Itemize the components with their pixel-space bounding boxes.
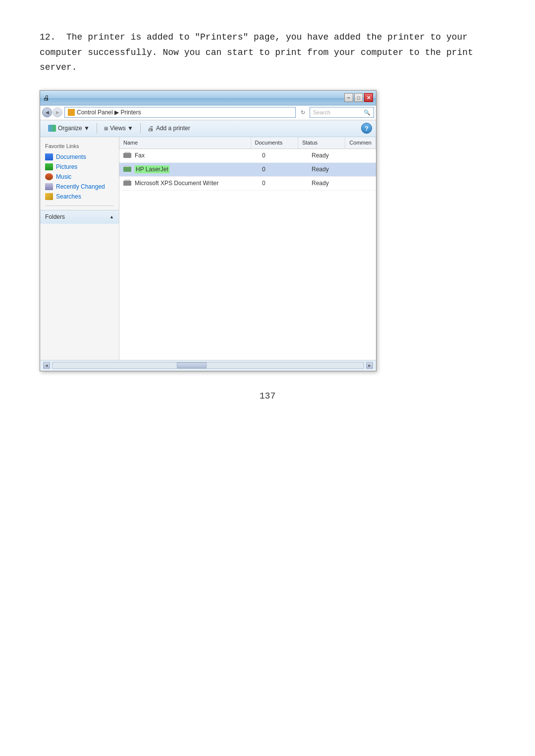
refresh-button[interactable]: ↻ [298,107,308,117]
page-content: 12. The printer is added to "Printers" p… [0,0,535,431]
file-cell-name: HP LaserJet [119,164,258,174]
maximize-button[interactable]: □ [354,93,363,102]
sidebar-item-documents[interactable]: Documents [40,152,119,162]
close-button[interactable]: ✕ [364,93,373,102]
page-number: 137 [40,391,495,401]
organize-label: Organize ▼ [58,125,90,132]
col-header-name[interactable]: Name [119,137,251,149]
window-icon: 🖨 [43,94,50,101]
file-cell-status: Ready [308,151,357,160]
title-bar: 🖨 − □ ✕ [40,91,376,105]
file-name-xps: Microsoft XPS Document Writer [135,180,218,187]
file-cell-status: Ready [308,165,357,174]
file-list: Name Documents Status Commen [119,137,376,360]
minimize-button[interactable]: − [344,93,353,102]
search-placeholder: Search [313,109,330,115]
file-cell-comment [357,154,376,156]
toolbar-separator-1 [97,123,97,133]
col-header-comment[interactable]: Commen [345,137,376,149]
recently-changed-icon [45,183,53,190]
music-icon [45,173,53,180]
add-printer-button[interactable]: 🖨 Add a printer [144,122,194,135]
documents-icon [45,153,53,160]
file-cell-comment [357,182,376,184]
add-printer-label: Add a printer [156,125,190,132]
organize-icon [48,125,56,132]
table-row[interactable]: Microsoft XPS Document Writer 0 Ready [119,177,376,191]
printer-icon [123,180,132,187]
file-cell-docs: 0 [258,151,308,160]
scroll-thumb[interactable] [177,362,207,368]
col-header-documents[interactable]: Documents [251,137,298,149]
views-button[interactable]: ⊞ Views ▼ [100,122,137,135]
forward-button[interactable]: ▶ [53,107,62,117]
address-bar: ◀ ▶ Control Panel ▶ Printers ↻ Search 🔍 [40,105,376,120]
address-path-text: Control Panel ▶ Printers [77,109,141,116]
sidebar-item-documents-label: Documents [56,153,86,160]
file-cell-comment [357,168,376,170]
printer-icon [123,166,132,173]
table-row[interactable]: Fax 0 Ready [119,149,376,163]
col-header-status[interactable]: Status [298,137,345,149]
sidebar-item-music[interactable]: Music [40,172,119,182]
title-bar-left: 🖨 [43,94,50,101]
search-box[interactable]: Search 🔍 [310,107,374,118]
address-icon [68,109,75,116]
scroll-left-button[interactable]: ◄ [43,362,50,369]
nav-buttons: ◀ ▶ [42,107,62,117]
horizontal-scrollbar[interactable] [52,362,364,369]
toolbar: Organize ▼ ⊞ Views ▼ 🖨 Add a printer ? [40,120,376,137]
file-cell-name: Microsoft XPS Document Writer [119,179,258,188]
file-cell-docs: 0 [258,165,308,174]
folders-arrow-icon: ▲ [109,214,114,219]
file-name-fax: Fax [135,152,145,159]
search-icon: 🔍 [364,109,371,116]
back-button[interactable]: ◀ [42,107,52,117]
folders-bar[interactable]: Folders ▲ [40,210,119,224]
sidebar-section-title: Favorite Links [40,141,119,152]
file-cell-name: Fax [119,151,258,160]
title-bar-controls: − □ ✕ [344,93,373,102]
instruction-block: 12. The printer is added to "Printers" p… [40,30,495,75]
views-label: Views ▼ [110,125,133,132]
file-name-hp: HP LaserJet [135,165,169,173]
sidebar: Favorite Links Documents Pictures Music … [40,137,119,360]
address-path[interactable]: Control Panel ▶ Printers [64,107,296,118]
views-icon: ⊞ [104,126,108,131]
main-area: Favorite Links Documents Pictures Music … [40,137,376,360]
table-row[interactable]: HP LaserJet 0 Ready [119,163,376,177]
instruction-number: 12. [40,32,55,42]
scroll-right-button[interactable]: ► [366,362,373,369]
add-printer-icon: 🖨 [148,125,154,132]
sidebar-item-pictures[interactable]: Pictures [40,162,119,172]
file-list-header: Name Documents Status Commen [119,137,376,149]
sidebar-item-searches[interactable]: Searches [40,192,119,202]
sidebar-item-music-label: Music [56,173,71,180]
explorer-window: 🖨 − □ ✕ ◀ ▶ Control Panel ▶ Printers ↻ S… [40,90,376,371]
sidebar-item-recently-changed-label: Recently Changed [56,183,105,190]
sidebar-divider [45,205,114,206]
sidebar-item-searches-label: Searches [56,193,81,200]
toolbar-separator-2 [140,123,141,133]
status-bar: ◄ ► [40,360,376,371]
help-button[interactable]: ? [361,123,372,134]
searches-icon [45,193,53,200]
printer-icon [123,152,132,159]
sidebar-item-pictures-label: Pictures [56,163,77,170]
sidebar-item-recently-changed[interactable]: Recently Changed [40,182,119,192]
folders-label: Folders [45,213,65,220]
pictures-icon [45,163,53,170]
instruction-text: The printer is added to "Printers" page,… [40,32,473,72]
file-cell-status: Ready [308,179,357,188]
file-cell-docs: 0 [258,179,308,188]
organize-button[interactable]: Organize ▼ [44,122,94,135]
